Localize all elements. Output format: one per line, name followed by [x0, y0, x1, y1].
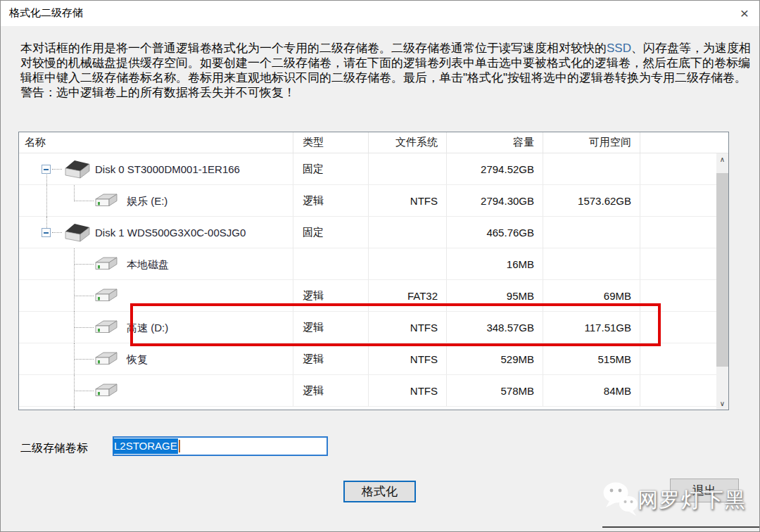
table-row-volume-e[interactable]: 娱乐 (E:) 逻辑 NTFS 2794.30GB 1573.62GB	[19, 185, 728, 217]
cell-capacity: 95MB	[447, 280, 543, 312]
row-label: Disk 0 ST3000DM001-1ER166	[95, 153, 240, 185]
format-l2-storage-dialog: 格式化二级存储 × 本对话框的作用是将一个普通逻辑卷格式化为一个专用的二级存储卷…	[0, 0, 760, 532]
scroll-down-button[interactable]: ∨	[716, 398, 728, 410]
tree-collapse-toggle[interactable]	[42, 228, 51, 237]
column-header-filler	[640, 132, 728, 153]
cell-type: 逻辑	[293, 375, 369, 407]
window-title: 格式化二级存储	[9, 6, 83, 20]
cell-type	[293, 248, 369, 280]
tree-line	[74, 407, 75, 410]
format-button[interactable]: 格式化	[343, 481, 416, 502]
row-label: Disk 1 WDS500G3X0C-00SJG0	[95, 217, 246, 248]
cell-free-space: 515MB	[543, 343, 640, 375]
chevron-up-icon: ∧	[720, 156, 725, 163]
scroll-up-button[interactable]: ∧	[716, 153, 728, 165]
scroll-thumb[interactable]	[716, 173, 728, 367]
row-label: 恢复	[127, 343, 148, 375]
cell-capacity: 2794.30GB	[447, 185, 543, 217]
close-icon: ×	[740, 5, 749, 22]
description-line-1-pre: 本对话框的作用是将一个普通逻辑卷格式化为一个专用的二级存储卷。二级存储卷通常位于…	[20, 42, 607, 55]
volume-icon	[93, 383, 120, 402]
table-row-local-disk[interactable]: 本地磁盘 16MB	[19, 248, 728, 280]
description-line-2: 对较慢的机械磁盘提供缓存空间。如要创建一个二级存储卷，请在下面的逻辑卷列表中单击…	[20, 56, 752, 70]
column-header-capacity: 容量	[447, 132, 543, 153]
description-line-1: 本对话框的作用是将一个普通逻辑卷格式化为一个专用的二级存储卷。二级存储卷通常位于…	[20, 41, 752, 56]
column-header-filesystem: 文件系统	[369, 132, 447, 153]
tree-line	[75, 391, 94, 391]
volume-label-input[interactable]: L2STORAGE	[113, 436, 328, 456]
tree-line	[74, 185, 75, 201]
table-row-disk1[interactable]: Disk 1 WDS500G3X0C-00SJG0 固定 465.76GB	[19, 217, 728, 248]
title-bar: 格式化二级存储 ×	[1, 1, 759, 26]
cell-type: 逻辑	[293, 343, 369, 375]
warning-line: 警告：选中逻辑卷上的所有数据将丢失并不可恢复！	[20, 85, 752, 100]
cell-capacity: 348.57GB	[447, 312, 543, 343]
cell-free-space: 117.51GB	[543, 312, 640, 343]
description-line-1-post: 、闪存盘等，为速度相	[631, 42, 751, 55]
disk-drive-icon	[60, 222, 91, 246]
tree-collapse-toggle[interactable]	[42, 165, 51, 174]
cell-capacity: 578MB	[447, 375, 543, 407]
cell-free-space: 69MB	[543, 280, 640, 312]
minus-icon	[44, 169, 49, 170]
cell-filesystem	[369, 217, 447, 248]
tree-line	[75, 359, 94, 360]
cell-type: 逻辑	[293, 185, 369, 217]
exit-button[interactable]: 退出	[670, 479, 739, 502]
minus-icon	[44, 232, 49, 234]
ssd-keyword: SSD	[607, 42, 631, 55]
volume-icon	[93, 351, 120, 370]
tree-line	[75, 201, 94, 201]
volume-icon	[93, 256, 120, 275]
cell-type: 固定	[293, 217, 369, 248]
vertical-scrollbar[interactable]: ∧ ∨	[716, 153, 728, 410]
table-row-unnamed-ntfs[interactable]: 逻辑 NTFS 578MB 84MB	[19, 375, 728, 407]
cell-filesystem	[369, 153, 447, 185]
description-line-3: 辑框中键入二级存储卷标名称。卷标用来直观地标识不同的二级存储卷。最后，单击"格式…	[20, 70, 752, 85]
cell-type: 逻辑	[293, 280, 369, 312]
cell-free-space: 1573.62GB	[543, 185, 640, 217]
cell-type: 逻辑	[293, 312, 369, 343]
tree-line	[46, 185, 47, 217]
cell-filesystem: FAT32	[369, 280, 447, 312]
table-row-unnamed-fat32[interactable]: 逻辑 FAT32 95MB 69MB	[19, 280, 728, 312]
close-button[interactable]: ×	[730, 2, 759, 25]
cell-capacity: 2794.52GB	[447, 153, 543, 185]
text-caret	[179, 440, 180, 452]
table-row-volume-d[interactable]: 高速 (D:) 逻辑 NTFS 348.57GB 117.51GB	[19, 312, 728, 343]
cell-free-space: 84MB	[543, 375, 640, 407]
cell-capacity: 465.76GB	[447, 217, 543, 248]
cell-type: 固定	[293, 153, 369, 185]
table-header-row: 名称 类型 文件系统 容量 可用空间	[19, 132, 728, 153]
row-label: 高速 (D:)	[127, 312, 168, 343]
cell-filesystem	[369, 248, 447, 280]
cell-free-space	[543, 248, 640, 280]
description-text: 本对话框的作用是将一个普通逻辑卷格式化为一个专用的二级存储卷。二级存储卷通常位于…	[20, 41, 752, 100]
chevron-down-icon: ∨	[720, 400, 725, 407]
row-label: 本地磁盘	[127, 248, 169, 280]
tree-line	[75, 327, 94, 328]
volume-icon	[93, 193, 120, 212]
input-selected-text: L2STORAGE	[113, 438, 178, 454]
cell-filesystem: NTFS	[369, 312, 447, 343]
cell-capacity: 529MB	[447, 343, 543, 375]
tree-line	[75, 264, 94, 265]
wechat-icon	[601, 481, 639, 520]
cell-filesystem: NTFS	[369, 343, 447, 375]
volume-icon	[93, 319, 120, 338]
cell-capacity: 16MB	[447, 248, 543, 280]
row-label: 娱乐 (E:)	[127, 185, 167, 217]
watermark-underline	[602, 526, 760, 528]
volume-table: 名称 类型 文件系统 容量 可用空间 Disk 0 ST3000DM001-1E…	[18, 132, 729, 410]
tree-line	[75, 296, 94, 296]
cell-free-space	[543, 153, 640, 185]
column-header-free-space: 可用空间	[543, 132, 640, 153]
table-row-recovery[interactable]: 恢复 逻辑 NTFS 529MB 515MB	[19, 343, 728, 375]
volume-label-caption: 二级存储卷标	[20, 441, 88, 456]
column-header-type: 类型	[293, 132, 369, 153]
volume-icon	[93, 288, 120, 307]
cell-filesystem: NTFS	[369, 375, 447, 407]
column-header-name: 名称	[19, 132, 293, 153]
cell-filesystem: NTFS	[369, 185, 447, 217]
table-row-disk0[interactable]: Disk 0 ST3000DM001-1ER166 固定 2794.52GB	[19, 153, 728, 185]
